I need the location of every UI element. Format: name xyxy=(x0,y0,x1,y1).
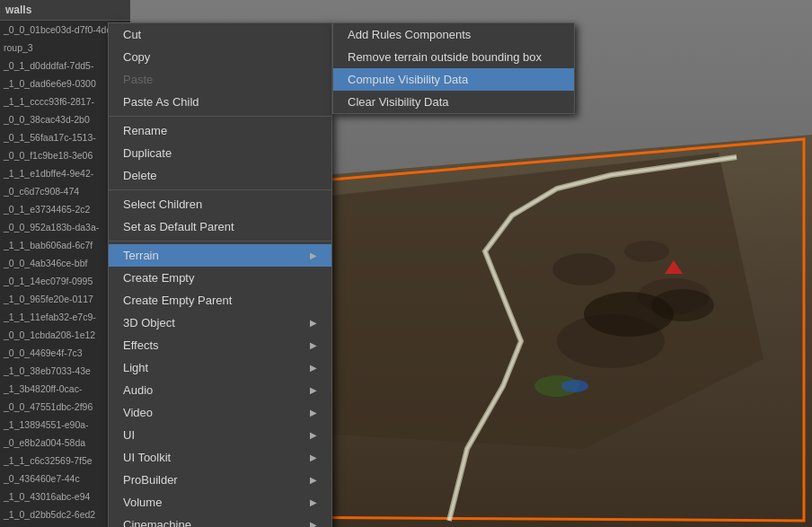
submenu-arrow-video: ▶ xyxy=(310,408,317,417)
submenu-arrow-ui-toolkit: ▶ xyxy=(310,452,317,462)
menu-item-label-video: Video xyxy=(123,406,153,419)
menu-item-label-3d-object: 3D Object xyxy=(123,316,175,329)
menu-item-label-rename: Rename xyxy=(123,124,167,137)
terrain-submenu-item-remove-terrain-outside[interactable]: Remove terrain outside bounding box xyxy=(333,46,574,68)
menu-item-label-paste: Paste xyxy=(123,73,153,86)
submenu-arrow-audio: ▶ xyxy=(310,385,317,395)
submenu-arrow-effects: ▶ xyxy=(310,340,317,350)
menu-item-volume[interactable]: Volume▶ xyxy=(109,491,331,514)
menu-item-label-effects: Effects xyxy=(123,338,159,352)
menu-item-label-create-empty: Create Empty xyxy=(123,271,194,285)
menu-item-label-create-empty-parent: Create Empty Parent xyxy=(123,294,232,307)
menu-item-rename[interactable]: Rename xyxy=(109,119,331,142)
menu-item-label-volume: Volume xyxy=(123,496,162,509)
menu-item-effects[interactable]: Effects▶ xyxy=(109,334,331,356)
menu-item-label-ui: UI xyxy=(123,428,135,442)
submenu-arrow-3d-object: ▶ xyxy=(310,318,317,328)
svg-point-9 xyxy=(561,380,588,392)
submenu-arrow-ui: ▶ xyxy=(310,430,317,440)
menu-item-label-paste-as-child: Paste As Child xyxy=(123,95,199,109)
menu-item-ui-toolkit[interactable]: UI Toolkit▶ xyxy=(109,446,331,469)
menu-item-duplicate[interactable]: Duplicate xyxy=(109,142,331,164)
menu-separator-after-paste-as-child xyxy=(109,116,331,117)
submenu-arrow-probuilder: ▶ xyxy=(310,475,317,485)
menu-item-cinemachine[interactable]: Cinemachine▶ xyxy=(109,514,331,527)
menu-separator-after-set-as-default-parent xyxy=(109,241,331,242)
menu-item-label-set-as-default-parent: Set as Default Parent xyxy=(123,220,234,233)
menu-item-cut[interactable]: Cut xyxy=(109,23,331,46)
submenu-arrow-terrain: ▶ xyxy=(310,250,317,260)
menu-item-set-as-default-parent[interactable]: Set as Default Parent xyxy=(109,215,331,238)
svg-point-12 xyxy=(651,289,714,321)
submenu-arrow-cinemachine: ▶ xyxy=(310,520,317,527)
menu-item-label-cinemachine: Cinemachine xyxy=(123,518,191,527)
menu-separator-after-delete xyxy=(109,189,331,190)
menu-item-label-select-children: Select Children xyxy=(123,198,202,211)
terrain-submenu-item-compute-visibility[interactable]: Compute Visibility Data xyxy=(333,68,574,91)
menu-item-label-light: Light xyxy=(123,361,148,374)
menu-item-create-empty[interactable]: Create Empty xyxy=(109,267,331,289)
menu-item-delete[interactable]: Delete xyxy=(109,164,331,187)
menu-item-paste-as-child[interactable]: Paste As Child xyxy=(109,91,331,113)
menu-item-label-duplicate: Duplicate xyxy=(123,146,172,160)
menu-item-ui[interactable]: UI▶ xyxy=(109,424,331,446)
menu-item-terrain[interactable]: Terrain▶ xyxy=(109,244,331,267)
terrain-submenu-item-add-rules-components[interactable]: Add Rules Components xyxy=(333,23,574,46)
menu-item-label-cut: Cut xyxy=(123,28,141,41)
menu-item-label-delete: Delete xyxy=(123,169,157,182)
menu-item-label-probuilder: ProBuilder xyxy=(123,473,178,487)
submenu-arrow-volume: ▶ xyxy=(310,497,317,507)
terrain-submenu-item-clear-visibility[interactable]: Clear Visibility Data xyxy=(333,91,574,113)
svg-point-6 xyxy=(552,253,615,285)
menu-item-label-terrain: Terrain xyxy=(123,249,159,262)
menu-item-select-children[interactable]: Select Children xyxy=(109,193,331,215)
menu-item-paste: Paste xyxy=(109,68,331,91)
menu-item-light[interactable]: Light▶ xyxy=(109,356,331,379)
menu-item-probuilder[interactable]: ProBuilder▶ xyxy=(109,469,331,491)
menu-item-3d-object[interactable]: 3D Object▶ xyxy=(109,312,331,334)
submenu-arrow-light: ▶ xyxy=(310,363,317,373)
hierarchy-header: walls xyxy=(0,0,130,21)
menu-item-video[interactable]: Video▶ xyxy=(109,401,331,424)
svg-point-7 xyxy=(624,241,669,262)
menu-item-audio[interactable]: Audio▶ xyxy=(109,379,331,401)
menu-item-label-copy: Copy xyxy=(123,50,150,64)
menu-item-label-ui-toolkit: UI Toolkit xyxy=(123,451,171,464)
menu-item-create-empty-parent[interactable]: Create Empty Parent xyxy=(109,289,331,312)
terrain-submenu[interactable]: Add Rules ComponentsRemove terrain outsi… xyxy=(332,22,575,114)
context-menu[interactable]: CutCopyPastePaste As ChildRenameDuplicat… xyxy=(108,22,332,527)
menu-item-copy[interactable]: Copy xyxy=(109,46,331,68)
menu-item-label-audio: Audio xyxy=(123,383,153,397)
